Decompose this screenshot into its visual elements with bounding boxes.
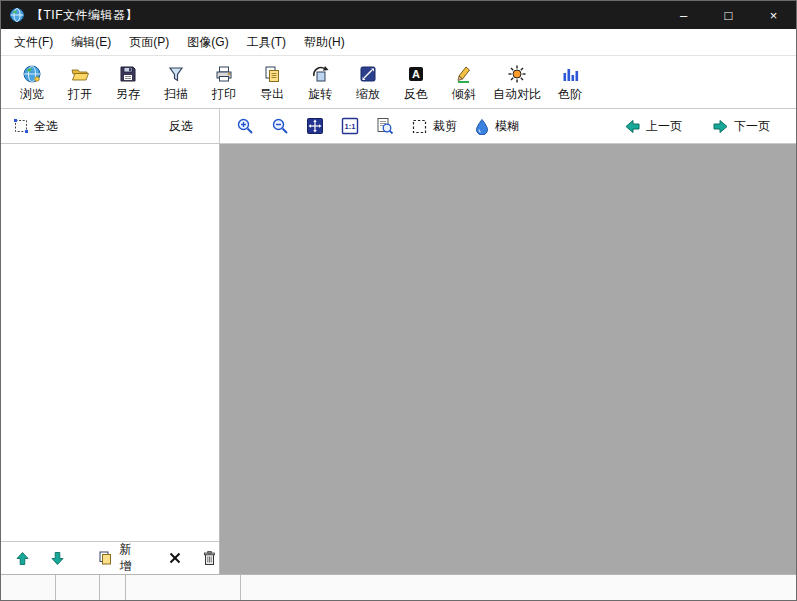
next-page-arrow-icon <box>712 118 729 135</box>
maximize-button[interactable]: □ <box>706 1 751 29</box>
levels-button[interactable]: 色阶 <box>547 59 593 105</box>
menu-page[interactable]: 页面(P) <box>120 29 178 55</box>
magnify-inspect-button[interactable] <box>374 115 396 137</box>
move-down-button[interactable] <box>48 549 67 568</box>
canvas-toolbar: 1:1 <box>220 109 796 143</box>
image-canvas[interactable] <box>220 144 796 574</box>
status-segment-4 <box>126 575 241 600</box>
up-arrow-icon <box>15 551 30 566</box>
menubar: 文件(F) 编辑(E) 页面(P) 图像(G) 工具(T) 帮助(H) <box>1 29 796 56</box>
export-icon <box>262 62 282 84</box>
titlebar: 【TIF文件编辑器】 – □ × <box>1 1 796 29</box>
prev-page-button[interactable]: 上一页 <box>622 116 684 137</box>
rotate-button[interactable]: 旋转 <box>297 59 343 105</box>
export-button[interactable]: 导出 <box>249 59 295 105</box>
close-button[interactable]: × <box>751 1 796 29</box>
browse-button[interactable]: 浏览 <box>9 59 55 105</box>
save-as-button[interactable]: 另存 <box>105 59 151 105</box>
page-list[interactable] <box>1 144 219 541</box>
app-globe-icon <box>9 7 25 23</box>
menu-edit[interactable]: 编辑(E) <box>62 29 120 55</box>
add-page-button[interactable]: 新增 <box>95 539 136 577</box>
delete-page-button[interactable] <box>200 548 219 568</box>
svg-text:1:1: 1:1 <box>345 122 356 131</box>
trash-icon <box>202 550 217 566</box>
crop-icon <box>411 118 428 135</box>
zoom-in-button[interactable] <box>234 115 256 137</box>
actual-size-button[interactable]: 1:1 <box>339 115 361 137</box>
browse-label: 浏览 <box>20 86 44 103</box>
scan-label: 扫描 <box>164 86 188 103</box>
globe-icon <box>22 62 42 84</box>
down-arrow-icon <box>50 551 65 566</box>
save-as-label: 另存 <box>116 86 140 103</box>
scan-button[interactable]: 扫描 <box>153 59 199 105</box>
page-nav-group: 上一页 下一页 <box>622 116 782 137</box>
x-icon <box>168 551 182 565</box>
printer-icon <box>214 62 234 84</box>
main-toolbar: 浏览 打开 另存 <box>1 56 796 109</box>
status-segment-5 <box>241 575 796 600</box>
add-page-icon <box>97 550 113 566</box>
next-page-button[interactable]: 下一页 <box>710 116 772 137</box>
auto-contrast-label: 自动对比 <box>493 86 541 103</box>
invert-selection-label: 反选 <box>169 118 193 135</box>
crop-button[interactable]: 裁剪 <box>409 116 459 137</box>
rotate-icon <box>310 62 330 84</box>
page-sidebar: 新增 <box>1 144 220 574</box>
print-button[interactable]: 打印 <box>201 59 247 105</box>
second-toolbar-row: 全选 反选 <box>1 109 796 144</box>
deskew-icon <box>454 62 474 84</box>
remove-page-button[interactable] <box>166 549 184 567</box>
blur-label: 模糊 <box>495 118 519 135</box>
scan-icon <box>166 62 186 84</box>
select-all-icon <box>13 118 29 134</box>
blur-droplet-icon <box>474 118 490 135</box>
blur-button[interactable]: 模糊 <box>472 116 521 137</box>
app-window: 【TIF文件编辑器】 – □ × 文件(F) 编辑(E) 页面(P) 图像(G)… <box>0 0 797 601</box>
open-label: 打开 <box>68 86 92 103</box>
auto-contrast-icon <box>507 62 527 84</box>
select-all-button[interactable]: 全选 <box>9 116 62 137</box>
open-button[interactable]: 打开 <box>57 59 103 105</box>
status-segment-2 <box>56 575 100 600</box>
zoom-out-button[interactable] <box>269 115 291 137</box>
levels-icon <box>560 62 580 84</box>
resize-button[interactable]: 缩放 <box>345 59 391 105</box>
zoom-out-icon <box>271 117 289 135</box>
auto-contrast-button[interactable]: 自动对比 <box>489 59 545 105</box>
invert-selection-button[interactable]: 反选 <box>165 116 197 137</box>
next-page-label: 下一页 <box>734 118 770 135</box>
menu-file[interactable]: 文件(F) <box>5 29 62 55</box>
resize-label: 缩放 <box>356 86 380 103</box>
invert-label: 反色 <box>404 86 428 103</box>
save-icon <box>118 62 138 84</box>
menu-image[interactable]: 图像(G) <box>178 29 237 55</box>
menu-tools[interactable]: 工具(T) <box>238 29 295 55</box>
content-area: 新增 <box>1 144 796 574</box>
status-segment-3 <box>100 575 126 600</box>
prev-page-arrow-icon <box>624 118 641 135</box>
levels-label: 色阶 <box>558 86 582 103</box>
print-label: 打印 <box>212 86 236 103</box>
deskew-button[interactable]: 倾斜 <box>441 59 487 105</box>
rotate-label: 旋转 <box>308 86 332 103</box>
sidebar-footer: 新增 <box>1 541 219 574</box>
open-folder-icon <box>70 62 90 84</box>
export-label: 导出 <box>260 86 284 103</box>
resize-icon <box>358 62 378 84</box>
invert-icon: A <box>406 62 426 84</box>
add-page-label: 新增 <box>117 541 134 575</box>
invert-button[interactable]: A 反色 <box>393 59 439 105</box>
window-title: 【TIF文件编辑器】 <box>31 7 138 24</box>
menu-help[interactable]: 帮助(H) <box>295 29 354 55</box>
move-up-button[interactable] <box>13 549 32 568</box>
minimize-button[interactable]: – <box>661 1 706 29</box>
prev-page-label: 上一页 <box>646 118 682 135</box>
deskew-label: 倾斜 <box>452 86 476 103</box>
fit-window-button[interactable] <box>304 115 326 137</box>
fit-window-icon <box>306 117 324 135</box>
statusbar <box>1 574 796 600</box>
window-controls: – □ × <box>661 1 796 29</box>
status-segment-1 <box>1 575 56 600</box>
